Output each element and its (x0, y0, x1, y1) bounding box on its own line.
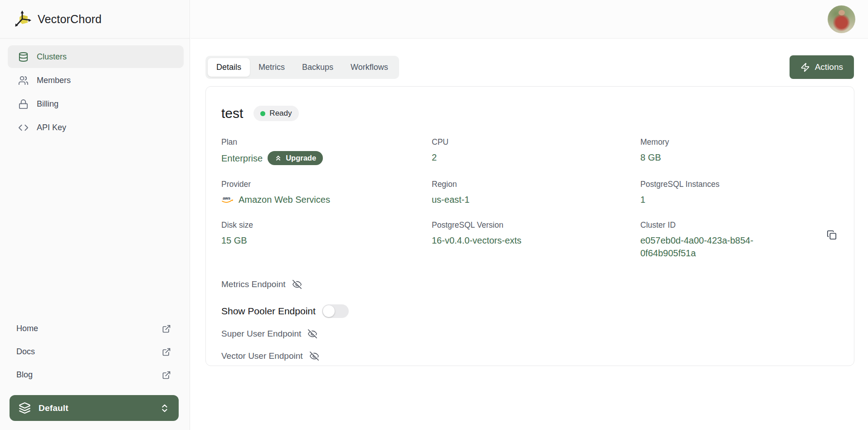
copy-cluster-id-button[interactable] (826, 229, 838, 241)
reveal-metrics-endpoint-button[interactable] (292, 279, 302, 289)
tab-details[interactable]: Details (208, 58, 250, 77)
cluster-details-card: test Ready Plan Enterprise (205, 86, 854, 366)
eye-off-icon (307, 329, 317, 339)
endpoints-section: Metrics Endpoint Show Pooler Endpoint (221, 279, 839, 361)
field-value: 1 (640, 193, 645, 206)
members-icon (18, 75, 29, 86)
database-icon (18, 52, 29, 62)
actions-button-label: Actions (815, 62, 843, 72)
show-pooler-endpoint-label: Show Pooler Endpoint (221, 306, 316, 317)
super-user-endpoint-row: Super User Endpoint (221, 329, 839, 339)
footer-link-label: Home (16, 324, 38, 333)
pooler-endpoint-row: Show Pooler Endpoint (221, 304, 839, 318)
field-disk-size: Disk size 15 GB (221, 220, 432, 259)
status-dot-icon (260, 111, 265, 116)
status-label: Ready (269, 109, 292, 118)
cluster-name: test (221, 106, 243, 121)
reveal-super-user-endpoint-button[interactable] (307, 329, 317, 339)
avatar-photo (839, 10, 845, 15)
reveal-vector-user-endpoint-button[interactable] (309, 351, 319, 361)
aws-icon: aws (221, 195, 234, 204)
tab-workflows[interactable]: Workflows (342, 58, 397, 77)
org-switcher-button[interactable]: Default (10, 395, 179, 421)
external-link-icon (162, 324, 171, 333)
vector-user-endpoint-label: Vector User Endpoint (221, 351, 303, 361)
field-label: Cluster ID (640, 220, 839, 230)
status-badge: Ready (254, 106, 298, 121)
field-value: 2 (432, 151, 437, 164)
cluster-tabs: Details Metrics Backups Workflows (205, 56, 399, 79)
field-label: Plan (221, 137, 432, 147)
actions-button[interactable]: Actions (790, 55, 854, 79)
field-plan: Plan Enterprise Upgrade (221, 137, 432, 165)
field-postgresql-instances: PostgreSQL Instances 1 (640, 180, 839, 206)
field-label: Region (432, 180, 640, 189)
footer-link-label: Docs (16, 347, 35, 357)
brand-logo-row[interactable]: VectorChord (0, 0, 190, 39)
field-cpu: CPU 2 (432, 137, 640, 165)
vector-user-endpoint-row: Vector User Endpoint (221, 351, 839, 361)
sidebar-item-label: Members (37, 76, 71, 85)
zap-icon (800, 63, 810, 72)
sidebar-item-api-key[interactable]: API Key (8, 116, 184, 139)
sidebar-item-clusters[interactable]: Clusters (8, 45, 184, 68)
pooler-endpoint-toggle[interactable] (322, 304, 349, 318)
upgrade-button[interactable]: Upgrade (268, 151, 323, 165)
field-value: 15 GB (221, 234, 247, 247)
eye-off-icon (309, 351, 319, 361)
upgrade-label: Upgrade (286, 154, 316, 162)
lock-icon (18, 99, 29, 109)
user-avatar[interactable] (828, 5, 855, 33)
field-label: Disk size (221, 220, 432, 230)
metrics-endpoint-label: Metrics Endpoint (221, 279, 286, 289)
topbar (190, 0, 868, 39)
sidebar-footer-links: Home Docs Blog (0, 317, 190, 386)
layers-icon (19, 402, 31, 414)
footer-link-label: Blog (16, 370, 33, 380)
external-link-icon (162, 371, 171, 380)
field-memory: Memory 8 GB (640, 137, 839, 165)
field-value: Enterprise (221, 152, 263, 165)
chevrons-up-down-icon (160, 403, 170, 413)
cluster-toolbar: Details Metrics Backups Workflows Action… (205, 55, 854, 79)
sidebar-item-members[interactable]: Members (8, 69, 184, 92)
code-icon (18, 122, 29, 133)
chevrons-up-icon (274, 154, 282, 162)
org-switcher-label: Default (39, 403, 152, 413)
field-provider: Provider aws Amazon Web Services (221, 180, 432, 206)
field-value: Amazon Web Services (239, 193, 330, 206)
eye-off-icon (292, 279, 302, 289)
footer-link-docs[interactable]: Docs (16, 340, 171, 363)
svg-text:aws: aws (223, 196, 230, 200)
super-user-endpoint-label: Super User Endpoint (221, 329, 301, 339)
field-value: 8 GB (640, 151, 661, 164)
footer-link-home[interactable]: Home (16, 317, 171, 340)
sidebar-item-billing[interactable]: Billing (8, 93, 184, 115)
sidebar-nav: Clusters Members Billing (0, 39, 190, 139)
field-value: 16-v0.4.0-vectors-exts (432, 234, 522, 247)
footer-link-blog[interactable]: Blog (16, 363, 171, 386)
metrics-endpoint-row: Metrics Endpoint (221, 279, 839, 289)
main-content: Details Metrics Backups Workflows Action… (190, 39, 868, 430)
vectorchord-logo-icon (14, 9, 34, 29)
toggle-knob (323, 305, 335, 317)
sidebar-item-label: Clusters (37, 52, 67, 62)
cluster-header: test Ready (221, 106, 839, 121)
field-label: Provider (221, 180, 432, 189)
sidebar: VectorChord Clusters Members (0, 0, 190, 430)
tab-backups[interactable]: Backups (293, 58, 342, 77)
brand-name: VectorChord (38, 13, 102, 26)
field-region: Region us-east-1 (432, 180, 640, 206)
field-label: CPU (432, 137, 640, 147)
copy-icon (827, 230, 837, 240)
external-link-icon (162, 347, 171, 357)
field-cluster-id: Cluster ID e057eb0d-4a00-423a-b854-0f64b… (640, 220, 839, 259)
sidebar-item-label: API Key (37, 123, 66, 132)
sidebar-item-label: Billing (37, 99, 59, 109)
cluster-fields-grid: Plan Enterprise Upgrade CPU 2 (221, 137, 839, 259)
field-value: us-east-1 (432, 193, 469, 206)
field-label: PostgreSQL Version (432, 220, 640, 230)
field-label: PostgreSQL Instances (640, 180, 839, 189)
field-value: e057eb0d-4a00-423a-b854-0f64b905f51a (640, 234, 772, 259)
tab-metrics[interactable]: Metrics (250, 58, 293, 77)
